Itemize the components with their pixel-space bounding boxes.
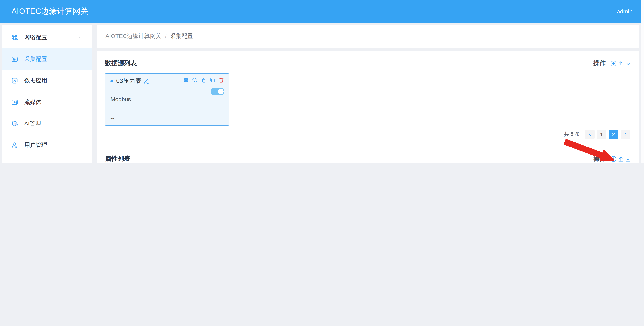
- tag-datasource-button[interactable]: [200, 77, 207, 83]
- app-title: AIOTEC边缘计算网关: [12, 6, 88, 16]
- circle-plus-icon: [610, 156, 617, 162]
- top-header-bar: AIOTEC边缘计算网关 admin: [0, 0, 644, 23]
- datasource-pagination: 共 5 条12: [564, 129, 631, 139]
- sidebar-item-label: 流媒体: [24, 98, 42, 106]
- copy-icon: [210, 77, 216, 83]
- chevron-down-icon: [78, 34, 83, 40]
- datasource-protocol: Modbus: [110, 96, 131, 102]
- download-icon: [625, 156, 631, 162]
- export-attribute-button[interactable]: [625, 156, 631, 162]
- datasource-section-header: 数据源列表 操作: [105, 57, 631, 70]
- configure-datasource-button[interactable]: [183, 77, 189, 83]
- sidebar-item-system[interactable]: 系统管理: [2, 156, 92, 163]
- sidebar-item-label: 网络配置: [24, 34, 47, 41]
- datasource-field1: --: [110, 106, 114, 112]
- gear-icon: [183, 77, 189, 83]
- copy-datasource-button[interactable]: [210, 77, 216, 83]
- sidebar-item-collect[interactable]: 采集配置: [2, 48, 92, 70]
- delete-datasource-button[interactable]: [218, 77, 224, 83]
- download-icon: [625, 60, 631, 66]
- sidebar-item-media[interactable]: 流媒体: [2, 91, 92, 113]
- breadcrumb: AIOTEC边缘计算网关/采集配置: [98, 25, 639, 48]
- sidebar-item-data-app[interactable]: 数据应用: [2, 70, 92, 91]
- sidebar-menu: 网络配置采集配置数据应用流媒体AIAI管理用户管理系统管理: [2, 25, 92, 163]
- datasource-page-2-button[interactable]: 2: [609, 130, 618, 139]
- user-icon: [11, 141, 18, 148]
- chevron-right-icon: [623, 132, 628, 136]
- user-menu[interactable]: admin: [617, 8, 632, 14]
- datasource-card[interactable]: 03压力表 Modbus -- --: [105, 73, 229, 126]
- trash-icon: [218, 77, 224, 83]
- svg-text:AI: AI: [14, 122, 16, 125]
- add-attribute-button[interactable]: [610, 156, 617, 162]
- tag-icon: [200, 77, 207, 83]
- collect-icon: [11, 56, 18, 63]
- data-app-icon: [11, 77, 18, 84]
- import-attribute-button[interactable]: [618, 156, 624, 162]
- edit-name-button[interactable]: [144, 78, 150, 84]
- main-content-panel: 数据源列表 操作 03压力表 Modbus: [98, 51, 639, 163]
- import-datasource-button[interactable]: [618, 60, 624, 66]
- media-icon: [11, 98, 18, 106]
- breadcrumb-item[interactable]: 采集配置: [170, 32, 193, 40]
- view-datasource-button[interactable]: [192, 77, 198, 83]
- attribute-actions: 操作: [593, 155, 631, 163]
- datasource-section-title: 数据源列表: [105, 59, 137, 68]
- sidebar-item-label: 系统管理: [24, 163, 47, 163]
- export-datasource-button[interactable]: [625, 60, 631, 66]
- scrollbar-track[interactable]: [641, 0, 644, 163]
- sidebar-item-label: 采集配置: [24, 56, 47, 63]
- circle-plus-icon: [610, 60, 617, 66]
- upload-icon: [618, 60, 624, 66]
- pencil-icon: [144, 78, 150, 84]
- datasource-name: 03压力表: [116, 77, 142, 85]
- sidebar-item-label: AI管理: [24, 120, 41, 127]
- datasource-next-page-button[interactable]: [620, 130, 630, 139]
- sidebar-item-user[interactable]: 用户管理: [2, 134, 92, 156]
- chevron-left-icon: [588, 132, 592, 136]
- datasource-field2: --: [110, 115, 114, 121]
- attribute-actions-label: 操作: [593, 155, 606, 163]
- section-divider: [98, 145, 639, 145]
- app-window: AIOTEC边缘计算网关 admin 网络配置采集配置数据应用流媒体AIAI管理…: [0, 0, 644, 163]
- datasource-card-actions: [183, 77, 224, 83]
- breadcrumb-separator: /: [165, 33, 166, 40]
- datasource-page-1-button[interactable]: 1: [597, 130, 606, 139]
- datasource-actions: 操作: [593, 59, 631, 67]
- datasource-actions-label: 操作: [593, 59, 606, 67]
- attribute-section-header: 属性列表 操作: [105, 153, 631, 163]
- sidebar-item-network[interactable]: 网络配置: [2, 27, 92, 48]
- sidebar-item-label: 数据应用: [24, 77, 47, 84]
- breadcrumb-item[interactable]: AIOTEC边缘计算网关: [106, 32, 162, 40]
- datasource-enabled-toggle[interactable]: [210, 88, 224, 95]
- system-icon: [11, 163, 18, 163]
- datasource-total-count: 共 5 条: [564, 131, 580, 138]
- search-icon: [192, 77, 198, 83]
- datasource-prev-page-button[interactable]: [585, 130, 594, 139]
- attribute-section-title: 属性列表: [105, 154, 130, 163]
- sidebar-item-ai[interactable]: AIAI管理: [2, 113, 92, 134]
- toggle-knob: [218, 88, 224, 94]
- status-dot: [110, 80, 113, 82]
- sidebar-item-label: 用户管理: [24, 141, 47, 148]
- ai-icon: AI: [11, 120, 18, 127]
- datasource-name-row: 03压力表: [110, 77, 150, 85]
- globe-icon: [11, 34, 18, 41]
- upload-icon: [618, 156, 624, 162]
- add-datasource-button[interactable]: [610, 60, 617, 66]
